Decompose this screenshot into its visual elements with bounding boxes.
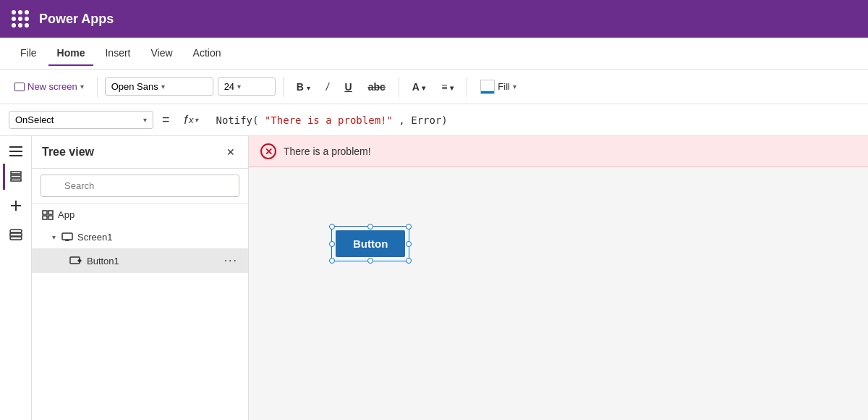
svg-rect-1 — [11, 175, 21, 177]
tree-item-app[interactable]: App — [32, 203, 248, 226]
formula-args-rest: , Error) — [399, 114, 447, 126]
handle-br[interactable] — [406, 258, 412, 264]
toolbar-sep-1 — [97, 77, 98, 97]
handle-tr[interactable] — [406, 224, 412, 230]
app-title: Power Apps — [39, 12, 114, 27]
tree-panel: Tree view ✕ 🔍 App — [32, 136, 249, 420]
button-control-icon — [69, 255, 82, 266]
canvas-area[interactable]: ✕ There is a problem! — [249, 136, 868, 420]
font-color-chevron-icon: ▾ — [422, 84, 425, 92]
new-screen-icon — [14, 83, 25, 91]
tree-item-app-label: App — [58, 209, 75, 220]
fx-x-label: x — [189, 114, 194, 125]
handle-bl[interactable] — [329, 258, 335, 264]
fx-button[interactable]: f x ▾ — [179, 111, 205, 130]
svg-rect-10 — [43, 216, 47, 219]
menu-bar: File Home Insert View Action — [0, 38, 868, 70]
menu-home[interactable]: Home — [48, 41, 94, 66]
tree-search-wrapper: 🔍 — [41, 175, 239, 197]
screen1-chevron-icon: ▾ — [52, 233, 56, 241]
fx-chevron-icon: ▾ — [195, 116, 198, 124]
svg-rect-6 — [10, 233, 22, 236]
fill-button[interactable]: Fill ▾ — [475, 77, 522, 97]
menu-action[interactable]: Action — [184, 41, 230, 66]
tree-close-button[interactable]: ✕ — [224, 143, 238, 161]
svg-rect-7 — [10, 237, 22, 240]
sidebar-icon-layers[interactable] — [3, 164, 29, 190]
bold-button[interactable]: B ▾ — [291, 78, 316, 96]
handle-mr[interactable] — [406, 241, 412, 247]
svg-rect-0 — [11, 179, 21, 181]
notification-message: There is a problem! — [284, 146, 371, 157]
app-item-icon — [42, 210, 54, 220]
layers-icon — [9, 171, 22, 182]
notification-banner: ✕ There is a problem! — [249, 136, 868, 167]
hamburger-menu-icon[interactable] — [5, 142, 27, 161]
toolbar-sep-2 — [283, 77, 284, 97]
font-size-chevron-icon: ▾ — [237, 83, 241, 91]
italic-button[interactable]: / — [320, 78, 335, 96]
formula-bar: OnSelect ▾ = f x ▾ Notify( "There is a p… — [0, 104, 868, 136]
underline-button[interactable]: U — [339, 78, 358, 96]
tree-item-screen1-label: Screen1 — [77, 232, 112, 243]
tree-view-title: Tree view — [42, 146, 94, 159]
app-launcher-icon[interactable] — [12, 10, 29, 28]
canvas-button[interactable]: Button — [336, 230, 405, 257]
fill-underline — [481, 91, 494, 93]
svg-rect-2 — [11, 172, 21, 174]
new-screen-label: New screen — [27, 81, 77, 92]
fx-label: f — [184, 114, 187, 127]
app-grid-icon — [42, 210, 54, 220]
button-item-icon — [69, 255, 82, 266]
menu-view[interactable]: View — [142, 41, 181, 66]
tree-search-area: 🔍 — [32, 169, 248, 203]
sidebar-icon-add[interactable] — [3, 193, 29, 219]
menu-insert[interactable]: Insert — [96, 41, 139, 66]
font-family-select[interactable]: Open Sans ▾ — [105, 77, 213, 96]
new-screen-chevron-icon: ▾ — [80, 83, 84, 91]
button1-more-icon[interactable]: ··· — [224, 254, 238, 267]
italic-label: / — [326, 81, 329, 93]
notification-error-icon: ✕ — [260, 143, 276, 159]
new-screen-button[interactable]: New screen ▾ — [9, 78, 90, 95]
handle-tl[interactable] — [329, 224, 335, 230]
handle-tc[interactable] — [367, 224, 373, 230]
font-family-value: Open Sans — [111, 81, 158, 92]
data-icon — [9, 228, 22, 241]
toolbar: New screen ▾ Open Sans ▾ 24 ▾ B ▾ / U ab… — [0, 70, 868, 104]
svg-rect-5 — [10, 230, 22, 232]
toolbar-sep-3 — [399, 77, 399, 97]
align-button[interactable]: ≡ ▾ — [435, 78, 459, 96]
main-area: Tree view ✕ 🔍 App — [0, 136, 868, 420]
font-size-value: 24 — [224, 81, 234, 92]
strikethrough-button[interactable]: abc — [362, 78, 391, 96]
underline-label: U — [345, 81, 352, 93]
property-select[interactable]: OnSelect ▾ — [9, 111, 153, 129]
font-color-button[interactable]: A ▾ — [407, 78, 431, 96]
fill-label: Fill — [498, 81, 510, 92]
fill-indicator — [480, 80, 495, 94]
canvas-button-wrapper: Button — [336, 230, 405, 257]
fill-chevron-icon: ▾ — [513, 83, 516, 91]
canvas-button-container: Button — [336, 230, 405, 257]
canvas-surface[interactable]: Button — [249, 172, 868, 420]
align-label: ≡ — [441, 81, 447, 93]
screen-item-icon — [61, 232, 73, 242]
tree-header: Tree view ✕ — [32, 136, 248, 169]
font-size-select[interactable]: 24 ▾ — [218, 77, 276, 96]
handle-bc[interactable] — [367, 258, 373, 264]
svg-rect-9 — [48, 211, 53, 214]
strikethrough-label: abc — [368, 81, 386, 93]
property-chevron-icon: ▾ — [143, 116, 147, 124]
property-value: OnSelect — [15, 114, 54, 125]
tree-item-button1[interactable]: Button1 ··· — [32, 248, 248, 273]
handle-ml[interactable] — [329, 241, 335, 247]
tree-item-screen1[interactable]: ▾ Screen1 — [32, 226, 248, 248]
menu-file[interactable]: File — [12, 41, 46, 66]
font-color-label: A — [412, 81, 420, 93]
formula-display[interactable]: Notify( "There is a problem!" , Error) — [210, 112, 859, 129]
screen-icon — [61, 232, 73, 242]
sidebar-icon-data[interactable] — [3, 222, 29, 248]
tree-search-input[interactable] — [41, 175, 239, 197]
svg-rect-11 — [48, 216, 53, 219]
